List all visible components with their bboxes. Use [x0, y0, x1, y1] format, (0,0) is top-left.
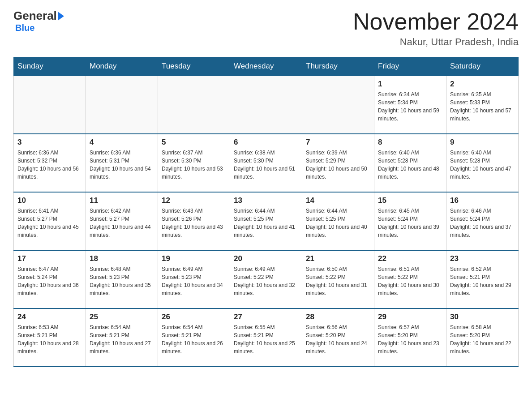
day-info: Sunrise: 6:49 AMSunset: 5:23 PMDaylight:…	[162, 265, 226, 297]
day-info: Sunrise: 6:52 AMSunset: 5:21 PMDaylight:…	[450, 265, 515, 297]
day-number: 25	[90, 313, 154, 321]
calendar-cell: 10Sunrise: 6:41 AMSunset: 5:27 PMDayligh…	[14, 192, 86, 250]
week-row-1: 1Sunrise: 6:34 AMSunset: 5:34 PMDaylight…	[14, 76, 519, 134]
day-info: Sunrise: 6:58 AMSunset: 5:20 PMDaylight:…	[450, 323, 515, 355]
day-info: Sunrise: 6:36 AMSunset: 5:31 PMDaylight:…	[90, 149, 154, 181]
day-number: 28	[306, 313, 370, 321]
day-number: 17	[17, 254, 82, 263]
day-number: 13	[234, 196, 298, 205]
day-number: 3	[17, 138, 82, 147]
weekday-header-monday: Monday	[86, 57, 158, 76]
day-number: 9	[450, 138, 515, 147]
calendar-cell: 19Sunrise: 6:49 AMSunset: 5:23 PMDayligh…	[158, 250, 230, 308]
day-info: Sunrise: 6:42 AMSunset: 5:27 PMDaylight:…	[90, 207, 154, 239]
day-info: Sunrise: 6:41 AMSunset: 5:27 PMDaylight:…	[17, 207, 82, 239]
day-info: Sunrise: 6:56 AMSunset: 5:20 PMDaylight:…	[306, 323, 370, 355]
day-info: Sunrise: 6:34 AMSunset: 5:34 PMDaylight:…	[378, 90, 442, 123]
day-info: Sunrise: 6:44 AMSunset: 5:25 PMDaylight:…	[306, 207, 370, 239]
calendar-cell: 7Sunrise: 6:39 AMSunset: 5:29 PMDaylight…	[302, 134, 374, 192]
calendar-cell: 27Sunrise: 6:55 AMSunset: 5:21 PMDayligh…	[230, 308, 302, 367]
calendar-cell: 25Sunrise: 6:54 AMSunset: 5:21 PMDayligh…	[86, 308, 158, 367]
logo: General Blue	[13, 9, 64, 33]
calendar-cell: 14Sunrise: 6:44 AMSunset: 5:25 PMDayligh…	[302, 192, 374, 250]
calendar-cell	[86, 76, 158, 134]
day-number: 30	[450, 313, 515, 321]
calendar-cell: 5Sunrise: 6:37 AMSunset: 5:30 PMDaylight…	[158, 134, 230, 192]
calendar-cell: 29Sunrise: 6:57 AMSunset: 5:20 PMDayligh…	[374, 308, 446, 367]
day-number: 5	[162, 138, 226, 147]
calendar-cell	[230, 76, 302, 134]
title-section: November 2024 Nakur, Uttar Pradesh, Indi…	[353, 9, 519, 48]
day-info: Sunrise: 6:55 AMSunset: 5:21 PMDaylight:…	[234, 323, 298, 355]
calendar-cell: 23Sunrise: 6:52 AMSunset: 5:21 PMDayligh…	[446, 250, 519, 308]
day-info: Sunrise: 6:40 AMSunset: 5:28 PMDaylight:…	[450, 149, 515, 181]
calendar-cell: 11Sunrise: 6:42 AMSunset: 5:27 PMDayligh…	[86, 192, 158, 250]
day-info: Sunrise: 6:38 AMSunset: 5:30 PMDaylight:…	[234, 149, 298, 181]
day-info: Sunrise: 6:43 AMSunset: 5:26 PMDaylight:…	[162, 207, 226, 239]
calendar-cell: 20Sunrise: 6:49 AMSunset: 5:22 PMDayligh…	[230, 250, 302, 308]
day-number: 1	[378, 80, 442, 89]
calendar-cell: 6Sunrise: 6:38 AMSunset: 5:30 PMDaylight…	[230, 134, 302, 192]
calendar-cell: 13Sunrise: 6:44 AMSunset: 5:25 PMDayligh…	[230, 192, 302, 250]
weekday-header-sunday: Sunday	[14, 57, 86, 76]
day-number: 24	[17, 313, 82, 321]
weekday-header-friday: Friday	[374, 57, 446, 76]
day-info: Sunrise: 6:51 AMSunset: 5:22 PMDaylight:…	[378, 265, 442, 297]
calendar-cell: 30Sunrise: 6:58 AMSunset: 5:20 PMDayligh…	[446, 308, 519, 367]
day-info: Sunrise: 6:39 AMSunset: 5:29 PMDaylight:…	[306, 149, 370, 181]
day-number: 14	[306, 196, 370, 205]
calendar-cell: 2Sunrise: 6:35 AMSunset: 5:33 PMDaylight…	[446, 76, 519, 134]
calendar-cell: 1Sunrise: 6:34 AMSunset: 5:34 PMDaylight…	[374, 76, 446, 134]
calendar-cell: 22Sunrise: 6:51 AMSunset: 5:22 PMDayligh…	[374, 250, 446, 308]
day-info: Sunrise: 6:36 AMSunset: 5:32 PMDaylight:…	[17, 149, 82, 181]
day-number: 26	[162, 313, 226, 321]
weekday-header-tuesday: Tuesday	[158, 57, 230, 76]
weekday-header-wednesday: Wednesday	[230, 57, 302, 76]
header: General Blue November 2024 Nakur, Uttar …	[13, 9, 519, 48]
week-row-4: 17Sunrise: 6:47 AMSunset: 5:24 PMDayligh…	[14, 250, 519, 308]
weekday-header-thursday: Thursday	[302, 57, 374, 76]
day-info: Sunrise: 6:47 AMSunset: 5:24 PMDaylight:…	[17, 265, 82, 297]
day-info: Sunrise: 6:45 AMSunset: 5:24 PMDaylight:…	[378, 207, 442, 239]
week-row-2: 3Sunrise: 6:36 AMSunset: 5:32 PMDaylight…	[14, 134, 519, 192]
calendar-cell: 16Sunrise: 6:46 AMSunset: 5:24 PMDayligh…	[446, 192, 519, 250]
weekday-header-saturday: Saturday	[446, 57, 519, 76]
calendar-cell: 3Sunrise: 6:36 AMSunset: 5:32 PMDaylight…	[14, 134, 86, 192]
day-info: Sunrise: 6:48 AMSunset: 5:23 PMDaylight:…	[90, 265, 154, 297]
day-number: 2	[450, 80, 515, 89]
day-info: Sunrise: 6:44 AMSunset: 5:25 PMDaylight:…	[234, 207, 298, 239]
location: Nakur, Uttar Pradesh, India	[353, 36, 519, 48]
calendar-cell: 4Sunrise: 6:36 AMSunset: 5:31 PMDaylight…	[86, 134, 158, 192]
week-row-3: 10Sunrise: 6:41 AMSunset: 5:27 PMDayligh…	[14, 192, 519, 250]
day-info: Sunrise: 6:57 AMSunset: 5:20 PMDaylight:…	[378, 323, 442, 355]
day-number: 10	[17, 196, 82, 205]
calendar-cell	[14, 76, 86, 134]
calendar-cell: 24Sunrise: 6:53 AMSunset: 5:21 PMDayligh…	[14, 308, 86, 367]
day-number: 19	[162, 254, 226, 263]
day-number: 7	[306, 138, 370, 147]
week-row-5: 24Sunrise: 6:53 AMSunset: 5:21 PMDayligh…	[14, 308, 519, 367]
calendar-cell: 18Sunrise: 6:48 AMSunset: 5:23 PMDayligh…	[86, 250, 158, 308]
calendar-cell: 8Sunrise: 6:40 AMSunset: 5:28 PMDaylight…	[374, 134, 446, 192]
day-info: Sunrise: 6:54 AMSunset: 5:21 PMDaylight:…	[90, 323, 154, 355]
logo-arrow-icon	[58, 12, 64, 21]
calendar-cell	[302, 76, 374, 134]
day-info: Sunrise: 6:49 AMSunset: 5:22 PMDaylight:…	[234, 265, 298, 297]
day-info: Sunrise: 6:35 AMSunset: 5:33 PMDaylight:…	[450, 90, 515, 123]
day-info: Sunrise: 6:54 AMSunset: 5:21 PMDaylight:…	[162, 323, 226, 355]
day-number: 16	[450, 196, 515, 205]
calendar-cell: 12Sunrise: 6:43 AMSunset: 5:26 PMDayligh…	[158, 192, 230, 250]
day-info: Sunrise: 6:50 AMSunset: 5:22 PMDaylight:…	[306, 265, 370, 297]
day-info: Sunrise: 6:53 AMSunset: 5:21 PMDaylight:…	[17, 323, 82, 355]
calendar-cell: 15Sunrise: 6:45 AMSunset: 5:24 PMDayligh…	[374, 192, 446, 250]
calendar-cell: 9Sunrise: 6:40 AMSunset: 5:28 PMDaylight…	[446, 134, 519, 192]
day-number: 8	[378, 138, 442, 147]
day-number: 18	[90, 254, 154, 263]
calendar-cell	[158, 76, 230, 134]
month-title: November 2024	[353, 9, 519, 34]
day-number: 6	[234, 138, 298, 147]
day-number: 21	[306, 254, 370, 263]
day-number: 23	[450, 254, 515, 263]
day-number: 29	[378, 313, 442, 321]
day-number: 22	[378, 254, 442, 263]
